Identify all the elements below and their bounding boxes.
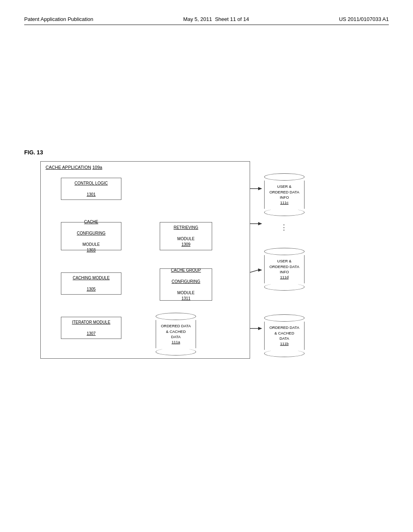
cache-app-label: CACHE APPLICATION 109a [46, 165, 102, 170]
cache-app-box: CACHE APPLICATION 109a CONTROL LOGIC 130… [40, 161, 250, 359]
control-logic-module: CONTROL LOGIC 1301 [61, 178, 121, 200]
iterator-module: ITERATOR MODULE 1307 [61, 317, 121, 339]
svg-marker-19 [258, 222, 262, 225]
retrieving-module: RETRIEVING MODULE 1309 [160, 222, 212, 250]
svg-marker-1 [258, 187, 262, 190]
cache-group-configuring-module: CACHE GROUP CONFIGURING MODULE 1311 [160, 268, 212, 301]
svg-marker-25 [258, 327, 262, 330]
ordered-cached-111b: ORDERED DATA& CACHEDDATA 111b [264, 314, 305, 357]
caching-module: CACHING MODULE 1305 [61, 272, 121, 295]
ellipsis-dots: ⋮ [280, 224, 288, 231]
user-ordered-111d: USER &ORDERED DATAINFO 111d [264, 248, 305, 291]
figure-label: FIG. 13 [24, 149, 43, 156]
header-publication-label: Patent Application Publication [24, 16, 93, 22]
cache-configuring-module: CACHE CONFIGURING MODULE 1303 [61, 222, 121, 250]
header-patent-number: US 2011/0107033 A1 [339, 16, 389, 22]
svg-marker-22 [258, 268, 262, 272]
diagram-container: CACHE APPLICATION 109a CONTROL LOGIC 130… [40, 161, 363, 371]
page-header: Patent Application Publication May 5, 20… [24, 16, 389, 25]
ordered-data-cached-111a: ORDERED DATA& CACHEDDATA 111a [156, 313, 196, 355]
user-ordered-111c: USER &ORDERED DATAINFO 111c [264, 173, 305, 216]
header-date-sheet: May 5, 2011 Sheet 11 of 14 [183, 16, 249, 22]
